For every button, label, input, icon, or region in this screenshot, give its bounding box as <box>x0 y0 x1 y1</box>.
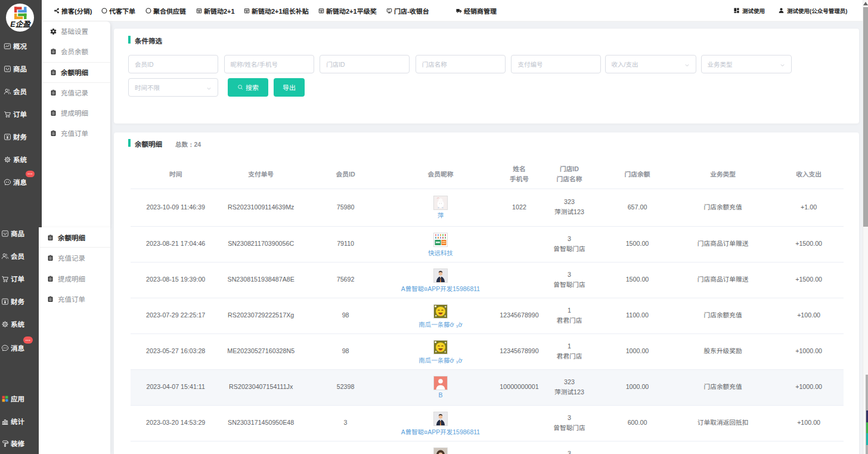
svg-text:E企盈: E企盈 <box>10 20 31 29</box>
